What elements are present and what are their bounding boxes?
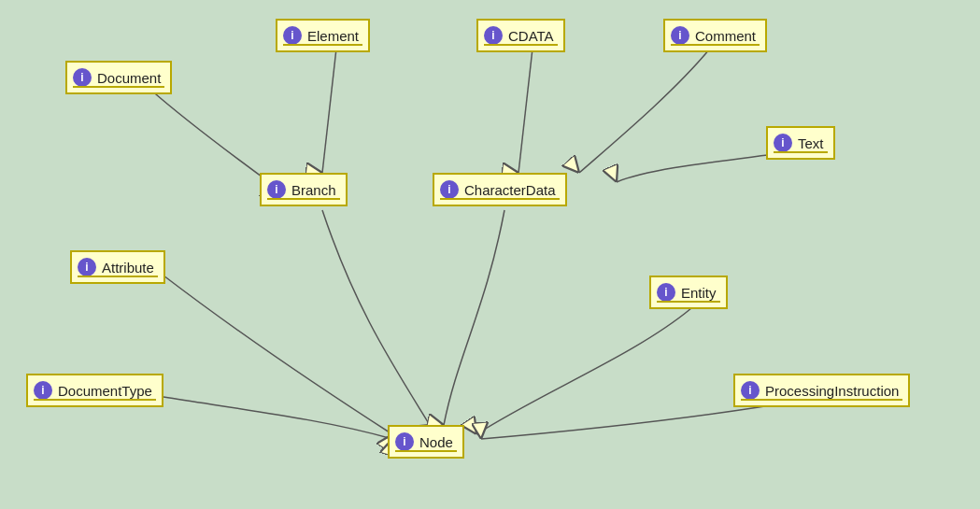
- label-element: Element: [307, 28, 359, 44]
- node-processinginstruction[interactable]: i ProcessingInstruction: [733, 374, 910, 407]
- diagram-container: i Document i Element i CDATA i Comment i…: [0, 0, 980, 509]
- node-comment[interactable]: i Comment: [663, 19, 767, 52]
- node-element[interactable]: i Element: [276, 19, 370, 52]
- node-attribute[interactable]: i Attribute: [70, 250, 165, 284]
- label-attribute: Attribute: [102, 260, 154, 276]
- icon-cdata: i: [484, 26, 503, 45]
- label-cdata: CDATA: [508, 28, 554, 44]
- label-branch: Branch: [291, 182, 336, 198]
- label-characterdata: CharacterData: [464, 182, 556, 198]
- icon-text: i: [774, 134, 792, 152]
- icon-entity: i: [657, 283, 675, 302]
- label-node: Node: [419, 434, 453, 450]
- label-entity: Entity: [681, 285, 717, 301]
- icon-comment: i: [671, 26, 689, 45]
- icon-element: i: [283, 26, 302, 45]
- icon-branch: i: [267, 180, 286, 199]
- label-text: Text: [798, 135, 824, 151]
- label-processinginstruction: ProcessingInstruction: [765, 383, 899, 399]
- icon-attribute: i: [78, 258, 96, 276]
- icon-characterdata: i: [440, 180, 459, 199]
- label-comment: Comment: [695, 28, 756, 44]
- label-documenttype: DocumentType: [58, 383, 152, 399]
- node-entity[interactable]: i Entity: [649, 276, 728, 309]
- node-node[interactable]: i Node: [388, 425, 464, 459]
- node-cdata[interactable]: i CDATA: [476, 19, 565, 52]
- node-text[interactable]: i Text: [766, 126, 835, 160]
- node-characterdata[interactable]: i CharacterData: [433, 173, 567, 206]
- node-documenttype[interactable]: i DocumentType: [26, 374, 163, 407]
- icon-document: i: [73, 68, 92, 87]
- node-document[interactable]: i Document: [65, 61, 172, 94]
- icon-processinginstruction: i: [741, 381, 760, 400]
- icon-node: i: [395, 432, 414, 451]
- icon-documenttype: i: [34, 381, 52, 400]
- node-branch[interactable]: i Branch: [260, 173, 348, 206]
- label-document: Document: [97, 70, 161, 86]
